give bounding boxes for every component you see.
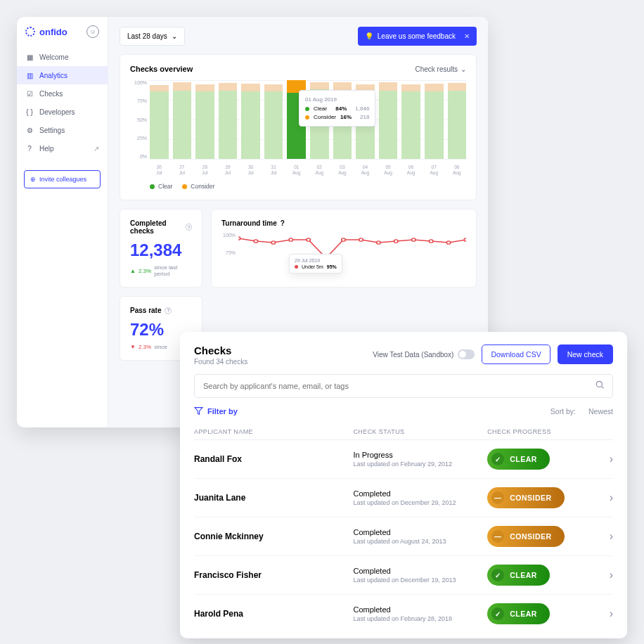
badge-label: CLEAR	[510, 571, 537, 579]
bar[interactable]	[264, 80, 283, 159]
filter-button[interactable]: Filter by	[194, 406, 238, 416]
overview-selector[interactable]: Check results ⌄	[415, 65, 466, 73]
sidebar-item-label: Help	[39, 145, 54, 153]
applicant-name: Harold Pena	[194, 609, 353, 619]
overview-legend: Clear Consider	[130, 183, 466, 190]
svg-point-7	[359, 238, 363, 241]
bar[interactable]	[195, 80, 214, 159]
sidebar: onfido ☺ ▦ Welcome ▥ Analytics ☑ Checks …	[17, 17, 108, 427]
brand-name: onfido	[39, 27, 67, 37]
kpi-row: Completed checks ? 12,384 ▲ 2.3% since l…	[120, 209, 477, 288]
y-axis-labels: 100%75%50%25%0%	[130, 80, 147, 159]
sidebar-item-developers[interactable]: { } Developers	[17, 103, 108, 121]
sidebar-item-checks[interactable]: ☑ Checks	[17, 84, 108, 103]
range-label: Last 28 days	[127, 32, 167, 40]
bar[interactable]	[448, 80, 467, 159]
download-csv-button[interactable]: Download CSV	[482, 344, 550, 364]
progress-badge: ✓CLEAR	[487, 565, 550, 586]
sidebar-item-settings[interactable]: ⚙ Settings	[17, 121, 108, 139]
last-updated: Last updated on December 19, 2013	[353, 577, 487, 584]
chevron-right-icon[interactable]: ›	[592, 453, 613, 465]
sort-row: Sort by: Newest	[550, 407, 613, 416]
settings-icon: ⚙	[25, 126, 34, 134]
user-plus-icon: ⊕	[30, 176, 36, 183]
table-body: Randall Fox In ProgressLast updated on F…	[194, 440, 613, 633]
close-icon[interactable]: ✕	[464, 32, 470, 40]
legend-clear-label: Clear	[158, 183, 172, 190]
progress-badge: —CONSIDER	[487, 487, 564, 508]
chevron-right-icon[interactable]: ›	[592, 607, 613, 620]
invite-colleagues-button[interactable]: ⊕ Invite colleagues	[24, 170, 101, 188]
overview-header: Checks overview Check results ⌄	[130, 65, 466, 73]
check-status: Completed	[353, 489, 487, 498]
checks-title: Checks	[194, 344, 247, 356]
feedback-label: Leave us some feedback	[378, 32, 456, 40]
table-row[interactable]: Randall Fox In ProgressLast updated on F…	[194, 440, 613, 479]
checks-subtitle: Found 34 checks	[194, 358, 247, 366]
bar[interactable]	[150, 80, 169, 159]
nav: ▦ Welcome ▥ Analytics ☑ Checks { } Devel…	[17, 45, 108, 165]
sidebar-item-analytics[interactable]: ▥ Analytics	[17, 66, 108, 84]
sidebar-item-welcome[interactable]: ▦ Welcome	[17, 48, 108, 66]
help-icon[interactable]: ?	[281, 219, 285, 227]
date-range-button[interactable]: Last 28 days ⌄	[120, 27, 185, 46]
sidebar-item-label: Checks	[39, 90, 63, 98]
svg-point-6	[342, 238, 345, 241]
help-icon: ?	[25, 144, 34, 153]
chevron-right-icon[interactable]: ›	[592, 569, 613, 581]
col-applicant-name: APPLICANT NAME	[194, 428, 353, 435]
check-icon: ✓	[491, 569, 504, 581]
sidebar-item-label: Welcome	[39, 53, 69, 61]
svg-point-0	[238, 237, 240, 240]
svg-point-4	[307, 238, 310, 241]
filter-label: Filter by	[207, 407, 238, 416]
x-axis-labels: 26Jul27Jul28Jul29Jul30Jul31Jul01Aug02Aug…	[150, 162, 466, 179]
applicant-name: Francisco Fisher	[194, 570, 353, 580]
search-input[interactable]	[194, 374, 613, 398]
svg-point-13	[464, 238, 466, 241]
help-icon[interactable]: ?	[165, 307, 172, 314]
sidebar-item-help[interactable]: ? Help ↗	[17, 139, 108, 157]
bar[interactable]	[425, 80, 444, 159]
bar[interactable]	[379, 80, 398, 159]
account-menu-button[interactable]: ☺	[86, 25, 99, 38]
filter-icon	[194, 406, 203, 416]
svg-point-3	[289, 238, 292, 241]
check-status: In Progress	[353, 451, 487, 459]
table-row[interactable]: Juanita Lane CompletedLast updated on De…	[194, 479, 613, 517]
help-icon[interactable]: ?	[186, 224, 192, 231]
kpi-label: Completed checks ?	[130, 219, 192, 235]
developers-icon: { }	[25, 108, 34, 116]
check-status: Completed	[353, 528, 487, 536]
badge-label: CLEAR	[510, 455, 537, 463]
svg-point-15	[596, 381, 602, 387]
check-status: Completed	[353, 605, 487, 614]
filter-sort-row: Filter by Sort by: Newest	[194, 406, 613, 416]
chevron-right-icon[interactable]: ›	[592, 530, 613, 543]
table-row[interactable]: Harold Pena CompletedLast updated on Feb…	[194, 595, 613, 633]
bar[interactable]	[219, 80, 238, 159]
checks-header: Checks Found 34 checks View Test Data (S…	[194, 344, 613, 366]
feedback-button[interactable]: 💡 Leave us some feedback ✕	[358, 27, 477, 46]
checks-title-block: Checks Found 34 checks	[194, 344, 247, 366]
table-row[interactable]: Connie Mckinney CompletedLast updated on…	[194, 517, 613, 556]
new-check-button[interactable]: New check	[558, 344, 613, 364]
progress-badge: ✓CLEAR	[487, 449, 550, 470]
topbar: Last 28 days ⌄ 💡 Leave us some feedback …	[120, 27, 477, 46]
triangle-down-icon: ▼	[130, 344, 136, 350]
last-updated: Last updated on December 29, 2012	[353, 499, 487, 506]
kpi-label: Pass rate ?	[130, 307, 192, 314]
checks-header-actions: View Test Data (Sandbox) Download CSV Ne…	[373, 344, 613, 364]
bar[interactable]	[241, 80, 260, 159]
sort-dropdown[interactable]: Newest	[588, 407, 613, 416]
applicant-name: Randall Fox	[194, 454, 353, 464]
check-icon: ✓	[491, 453, 504, 465]
checks-overview-card: Checks overview Check results ⌄ 100%75%5…	[120, 54, 477, 200]
svg-point-12	[446, 241, 450, 244]
table-row[interactable]: Francisco Fisher CompletedLast updated o…	[194, 556, 613, 595]
sandbox-toggle[interactable]	[458, 349, 475, 359]
bar[interactable]	[173, 80, 192, 159]
bar[interactable]	[401, 80, 420, 159]
legend-consider: Consider	[182, 183, 214, 190]
chevron-right-icon[interactable]: ›	[592, 491, 613, 504]
